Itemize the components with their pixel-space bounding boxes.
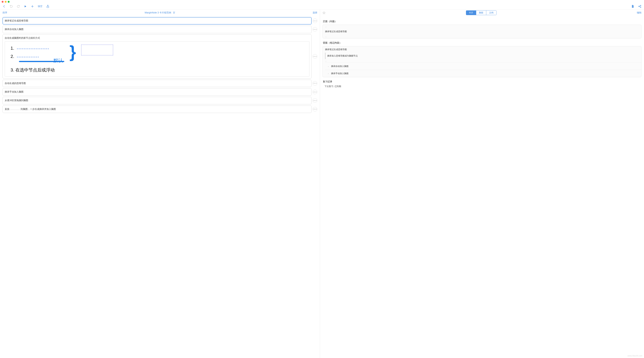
toolbar: 填空 <box>0 3 644 10</box>
play-icon[interactable] <box>24 5 27 8</box>
back-sub-label: 摘录手动加入脑图 <box>331 72 348 75</box>
card-date-chip: 05-10 <box>312 98 317 103</box>
card-date-chip: 05-10 <box>312 18 317 23</box>
svg-marker-0 <box>25 5 26 8</box>
back-panel: 摘录笔记生成思维导图 摘录加入思维导图成为脑图节点 … ›摘录自动加入脑图 ›摘… <box>322 46 642 77</box>
card-title: 摘录自动加入脑图 <box>5 28 24 30</box>
watermark: www.MacW.com <box>628 355 642 357</box>
filter-icon[interactable] <box>173 12 175 14</box>
chevron-right-icon: › <box>327 72 329 75</box>
review-section-label: 复习记录 <box>323 80 642 83</box>
card-item[interactable]: 摘录自动加入脑图 <box>2 26 312 33</box>
back-section-label: 背面（笔记内容） <box>323 42 642 44</box>
redo-icon[interactable] <box>16 5 20 8</box>
sort-button[interactable]: 排序 <box>2 11 7 14</box>
review-status: 下次复习: 已到期 <box>324 85 641 88</box>
star-icon[interactable] <box>322 11 326 14</box>
card-thumbnail: 1. 2. } 默认 3. 在选中节点后或浮动 <box>5 42 310 76</box>
select-button[interactable]: 选择 <box>312 11 317 14</box>
thumb-number-2: 2. <box>10 53 14 60</box>
card-date-chip: 05-10 <box>312 107 317 112</box>
svg-line-8 <box>639 6 640 7</box>
tab-mindmap[interactable]: 脑图 <box>476 10 486 15</box>
card-item[interactable]: 自动生成的思维导图 <box>2 80 312 87</box>
deck-title: MarginNote 3 卡片组范例 <box>145 11 171 14</box>
card-item[interactable]: 从缓冲区里拖拽到脑图 <box>2 97 312 104</box>
brace-icon: } <box>70 44 76 59</box>
card-date-chip: 05-10 <box>312 90 317 94</box>
card-title-post: 到脑图，一步生成摘录并加入脑图 <box>21 108 56 110</box>
card-item[interactable]: 自动生成脑图时的新节点组织方式 1. 2. } 默认 3. 在选中节点后或浮动 <box>2 34 312 78</box>
tab-card[interactable]: 卡片 <box>466 10 476 15</box>
edit-button[interactable]: 编辑 <box>637 11 642 14</box>
back-sub-link[interactable]: ›摘录手动加入脑图 <box>325 70 641 77</box>
view-segmented-control: 卡片 脑图 文档 <box>466 10 496 15</box>
card-title: 摘录笔记生成思维导图 <box>5 20 28 22</box>
card-title: 摘录手动加入脑图 <box>5 90 24 93</box>
back-sub-label: 摘录自动加入脑图 <box>331 65 348 68</box>
thumb-row-3: 3. 在选中节点后或浮动 <box>10 67 307 73</box>
ellipsis-row: … <box>323 35 641 38</box>
share-graph-icon[interactable] <box>638 5 642 8</box>
add-icon[interactable] <box>31 5 34 8</box>
card-title: 自动生成的思维导图 <box>5 82 26 84</box>
card-list-pane: 排序 MarginNote 3 卡片组范例 选择 摘录笔记生成思维导图 05-1… <box>0 10 320 358</box>
share-icon[interactable] <box>46 5 50 8</box>
close-window-icon[interactable] <box>2 1 4 3</box>
chevron-right-icon: › <box>327 65 329 68</box>
card-item[interactable]: 摘录手动加入脑图 <box>2 88 312 96</box>
card-date-chip: 05-10 <box>312 27 317 32</box>
card-list: 摘录笔记生成思维导图 05-10 摘录自动加入脑图 05-10 自动生成脑图时的… <box>0 16 320 358</box>
card-date-chip: 05-10 <box>312 81 317 86</box>
card-item[interactable]: 摘录笔记生成思维导图 <box>2 17 312 24</box>
tab-document[interactable]: 文档 <box>486 10 496 15</box>
detail-pane: 卡片 脑图 文档 编辑 正面（问题） … 摘录笔记生成思维导图 … 背面（笔记内… <box>320 10 644 358</box>
thumb-number-1: 1. <box>10 45 14 52</box>
svg-marker-10 <box>323 12 325 14</box>
fill-blank-button[interactable]: 填空 <box>38 5 42 8</box>
back-line-2: 摘录加入思维导图成为脑图节点 <box>325 53 641 59</box>
front-panel: … 摘录笔记生成思维导图 … <box>322 25 642 38</box>
svg-line-7 <box>639 6 640 6</box>
blank-placeholder: .............. <box>10 108 21 110</box>
svg-marker-9 <box>173 12 175 14</box>
front-text: 摘录笔记生成思维导图 <box>323 28 641 35</box>
thumb-big-label: 默认 <box>54 57 63 64</box>
back-line-1: 摘录笔记生成思维导图 <box>323 46 641 53</box>
back-icon[interactable] <box>2 5 6 8</box>
card-title: 从缓冲区里拖拽到脑图 <box>5 99 28 102</box>
card-date-chip: 05-10 <box>312 54 317 58</box>
document-icon[interactable] <box>631 5 634 8</box>
front-section-label: 正面（问题） <box>323 20 642 23</box>
card-title: 自动生成脑图时的新节点组织方式 <box>5 36 310 40</box>
dashed-box-icon <box>81 44 113 55</box>
card-title-pre: 直接 <box>5 108 10 110</box>
titlebar <box>0 0 644 3</box>
card-item[interactable]: 直接..............到脑图，一步生成摘录并加入脑图 <box>2 106 312 113</box>
undo-icon[interactable] <box>10 5 13 8</box>
maximize-window-icon[interactable] <box>8 1 10 3</box>
back-sub-link[interactable]: ›摘录自动加入脑图 <box>325 62 641 70</box>
minimize-window-icon[interactable] <box>5 1 6 3</box>
ellipsis-row: … <box>323 59 641 62</box>
ellipsis-row: … <box>323 25 641 28</box>
